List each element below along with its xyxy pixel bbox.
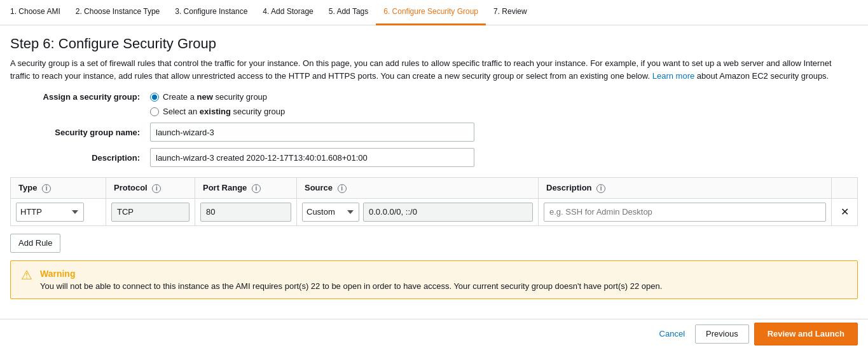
nav-item-review[interactable]: 7. Review bbox=[486, 0, 535, 25]
radio-existing-label[interactable]: Select an existing security group bbox=[150, 107, 285, 116]
col-actions bbox=[832, 178, 858, 199]
description-row: Description: bbox=[10, 148, 858, 167]
nav-item-add-storage[interactable]: 4. Add Storage bbox=[255, 0, 320, 25]
learn-more-link[interactable]: Learn more bbox=[652, 71, 694, 81]
nav-item-choose-ami[interactable]: 1. Choose AMI bbox=[10, 0, 68, 25]
cell-protocol bbox=[106, 198, 195, 225]
protocol-input bbox=[111, 203, 189, 222]
cell-description bbox=[539, 198, 832, 225]
radio-new-label[interactable]: Create a new security group bbox=[150, 92, 285, 102]
cell-type: HTTP HTTPS SSH Custom TCP bbox=[11, 198, 106, 225]
description-input[interactable] bbox=[150, 148, 474, 167]
rules-table-header: Type i Protocol i Port Range i Source i … bbox=[11, 178, 858, 199]
source-cell: Custom Anywhere My IP bbox=[302, 203, 533, 222]
radio-group: Create a new security group Select an ex… bbox=[150, 92, 285, 116]
security-group-name-row: Security group name: bbox=[10, 123, 858, 142]
nav-item-choose-instance-type[interactable]: 2. Choose Instance Type bbox=[68, 0, 168, 25]
radio-existing-text: Select an existing security group bbox=[163, 107, 285, 116]
remove-rule-button[interactable]: ✕ bbox=[837, 204, 852, 220]
sg-name-label: Security group name: bbox=[10, 128, 150, 137]
type-info-icon[interactable]: i bbox=[42, 184, 51, 193]
col-protocol: Protocol i bbox=[106, 178, 195, 199]
description-label: Description: bbox=[10, 153, 150, 163]
col-type: Type i bbox=[11, 178, 106, 199]
port-range-input bbox=[200, 203, 291, 222]
warning-title: Warning bbox=[40, 269, 662, 279]
warning-text-block: Warning You will not be able to connect … bbox=[40, 269, 662, 291]
type-select[interactable]: HTTP HTTPS SSH Custom TCP bbox=[16, 203, 84, 222]
cancel-button[interactable]: Cancel bbox=[654, 326, 690, 341]
cell-port-range bbox=[195, 198, 297, 225]
nav-item-add-tags[interactable]: 5. Add Tags bbox=[321, 0, 376, 25]
radio-existing-input[interactable] bbox=[150, 107, 159, 116]
main-content: Step 6: Configure Security Group A secur… bbox=[0, 25, 868, 299]
add-rule-button[interactable]: Add Rule bbox=[10, 234, 60, 253]
col-port-range: Port Range i bbox=[195, 178, 297, 199]
security-group-assignment: Assign a security group: Create a new se… bbox=[10, 92, 858, 167]
radio-new-text: Create a new security group bbox=[163, 92, 267, 102]
footer: Cancel Previous Review and Launch bbox=[0, 319, 868, 348]
cell-source: Custom Anywhere My IP bbox=[297, 198, 539, 225]
review-and-launch-button[interactable]: Review and Launch bbox=[754, 323, 858, 345]
port-range-info-icon[interactable]: i bbox=[252, 184, 261, 193]
assign-label: Assign a security group: bbox=[10, 92, 150, 102]
radio-new-input[interactable] bbox=[150, 93, 159, 102]
table-header-row: Type i Protocol i Port Range i Source i … bbox=[11, 178, 858, 199]
cell-remove: ✕ bbox=[832, 198, 858, 225]
col-source: Source i bbox=[297, 178, 539, 199]
source-info-icon[interactable]: i bbox=[338, 184, 347, 193]
rules-table: Type i Protocol i Port Range i Source i … bbox=[10, 177, 858, 226]
description-info-icon[interactable]: i bbox=[596, 184, 605, 193]
description-rule-input[interactable] bbox=[544, 203, 826, 222]
page-description: A security group is a set of firewall ru… bbox=[10, 57, 837, 82]
previous-button[interactable]: Previous bbox=[695, 325, 749, 344]
security-group-name-input[interactable] bbox=[150, 123, 474, 142]
nav-item-configure-instance[interactable]: 3. Configure Instance bbox=[167, 0, 255, 25]
assign-radio-row: Assign a security group: Create a new se… bbox=[10, 92, 858, 116]
page-title: Step 6: Configure Security Group bbox=[10, 36, 858, 52]
warning-box: ⚠ Warning You will not be able to connec… bbox=[10, 260, 858, 299]
rules-table-body: HTTP HTTPS SSH Custom TCP Custom bbox=[11, 198, 858, 225]
warning-icon: ⚠ bbox=[21, 269, 32, 281]
protocol-info-icon[interactable]: i bbox=[152, 184, 161, 193]
description-text-2: about Amazon EC2 security groups. bbox=[697, 71, 829, 81]
warning-text: You will not be able to connect to this … bbox=[40, 281, 662, 291]
source-ip-input bbox=[363, 203, 533, 222]
col-description: Description i bbox=[539, 178, 832, 199]
source-select[interactable]: Custom Anywhere My IP bbox=[302, 203, 359, 222]
nav-item-configure-security-group[interactable]: 6. Configure Security Group bbox=[376, 0, 486, 25]
wizard-navigation: 1. Choose AMI 2. Choose Instance Type 3.… bbox=[0, 0, 868, 25]
table-row: HTTP HTTPS SSH Custom TCP Custom bbox=[11, 198, 858, 225]
